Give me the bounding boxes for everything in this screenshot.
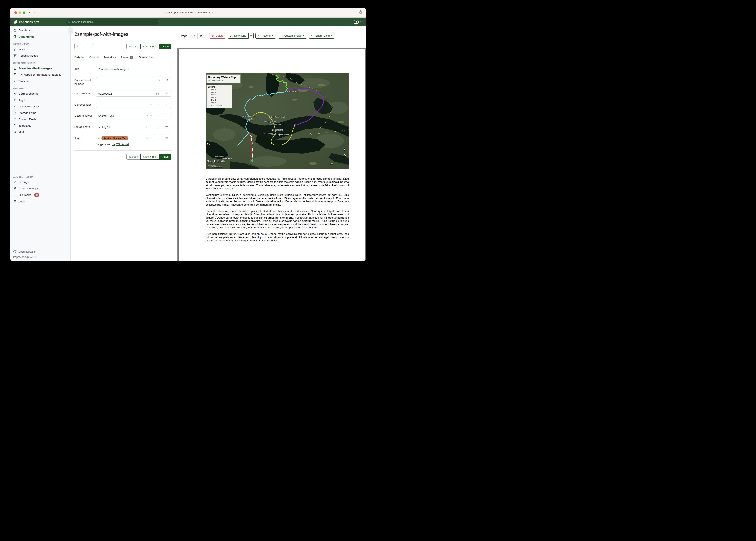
sidebar-item-open-doc-1[interactable]: 2sample-pdf-with-images <box>10 65 70 72</box>
sidebar-item-custom-fields[interactable]: Custom Fields <box>10 116 70 123</box>
document-type-add-button[interactable]: + <box>154 113 162 119</box>
browser-back-icon[interactable]: ‹ <box>29 11 30 15</box>
tab-details[interactable]: Details <box>74 56 84 61</box>
sidebar-item-correspondents[interactable]: Correspondents <box>10 91 70 97</box>
tab-metadata[interactable]: Metadata <box>104 56 116 61</box>
minimize-window-button[interactable] <box>19 11 21 14</box>
document-toolbar: Page 1 ▲▼ of 10 Delete <box>179 33 335 39</box>
asn-plus-one-button[interactable]: +1 <box>162 77 171 83</box>
next-document-button[interactable]: → <box>87 44 93 49</box>
clear-icon[interactable]: ✕ <box>146 114 148 117</box>
share-links-button[interactable]: Share Links ▼ <box>309 33 335 39</box>
custom-fields-button[interactable]: Custom Fields ▼ <box>278 33 307 39</box>
tab-permissions[interactable]: Permissions <box>139 56 154 61</box>
save-button[interactable]: Save <box>159 44 171 49</box>
previous-document-button[interactable]: ← <box>81 44 87 49</box>
browser-forward-icon[interactable]: › <box>34 11 35 15</box>
chevron-down-icon[interactable]: ▼ <box>150 137 152 139</box>
pdf-preview-pane[interactable]: Boundary Waters Trip Six days in BWCA Le… <box>177 48 366 261</box>
paragraph: Phasellus dapibus quam a hendrerit place… <box>206 210 349 229</box>
map-island-label: Hausons Island <box>286 90 298 92</box>
map-island-label: Charlies Island <box>221 157 232 159</box>
correspondent-add-button[interactable]: + <box>154 102 162 108</box>
storage-path-filter-button[interactable] <box>162 124 171 130</box>
sidebar-item-documents[interactable]: Documents <box>10 34 70 40</box>
sidebar-item-close-all[interactable]: × Close all <box>10 78 70 84</box>
storage-path-select[interactable]: Testing 12 ✕ ▼ <box>96 124 154 130</box>
save-next-button[interactable]: Save & next <box>140 154 160 160</box>
user-menu[interactable]: ▼ <box>354 20 362 25</box>
tags-select[interactable]: ✕ Another Sample Tag ✕ ▼ <box>96 135 154 141</box>
stepper-arrows-icon[interactable]: ▲▼ <box>194 35 196 37</box>
documentation-link[interactable]: Documentation <box>13 250 67 253</box>
calendar-icon <box>156 92 159 95</box>
custom-fields-icon <box>13 118 17 121</box>
sidebar-item-settings[interactable]: Settings <box>10 179 70 185</box>
save-button-group-top: Discard Save & next Save <box>126 44 171 49</box>
sidebar-item-document-types[interactable]: # Document Types <box>10 103 70 110</box>
save-button[interactable]: Save <box>159 154 171 160</box>
global-search[interactable] <box>66 19 158 25</box>
feather-logo-icon <box>14 20 17 24</box>
delete-button[interactable]: Delete <box>209 33 226 39</box>
tags-filter-button[interactable] <box>162 135 171 141</box>
close-document-button[interactable]: × <box>74 44 81 49</box>
asn-stepper-icon[interactable]: ▲▼ <box>158 79 160 81</box>
correspondent-select[interactable]: ▼ <box>96 102 154 108</box>
date-picker-button[interactable] <box>153 91 162 97</box>
clear-icon[interactable]: ✕ <box>146 126 148 129</box>
tab-notes[interactable]: Notes 1 <box>121 56 133 61</box>
divider <box>74 150 171 151</box>
sidebar-item-open-doc-2[interactable]: H7_Napoleon_Bonaparte_zadanie <box>10 72 70 78</box>
clear-icon[interactable]: ✕ <box>146 137 148 140</box>
page-number-stepper[interactable]: 1 ▲▼ <box>189 33 197 39</box>
close-window-button[interactable] <box>14 11 17 14</box>
storage-path-add-button[interactable]: + <box>154 124 162 130</box>
actions-button[interactable]: ••• Actions ▼ <box>255 33 276 39</box>
chevron-down-icon[interactable]: ▼ <box>150 126 152 128</box>
tab-content[interactable]: Content <box>89 56 99 61</box>
search-input[interactable] <box>72 20 157 24</box>
legend-item-entry-point: ▲ Entry Point 24 <box>208 104 230 106</box>
download-button[interactable]: Download <box>228 33 249 39</box>
asn-input[interactable] <box>98 79 158 82</box>
remove-tag-icon[interactable]: ✕ <box>98 137 100 140</box>
sidebar-item-dashboard[interactable]: Dashboard <box>10 27 70 34</box>
legend-item-day4: ∴ Day 4 <box>208 97 230 99</box>
macos-titlebar: ‹ › 2sample-pdf-with-images - Paperless-… <box>10 8 366 18</box>
discard-button[interactable]: Discard <box>126 44 141 49</box>
date-filter-button[interactable] <box>162 91 171 97</box>
title-input[interactable] <box>98 67 169 71</box>
document-type-filter-button[interactable] <box>162 113 171 119</box>
zoom-window-button[interactable] <box>23 11 25 14</box>
correspondent-filter-button[interactable] <box>162 102 171 108</box>
sidebar-item-mail[interactable]: Mail <box>10 129 70 135</box>
download-menu-caret[interactable]: ▼ <box>249 33 254 39</box>
chevron-down-icon[interactable]: ▼ <box>150 104 152 106</box>
sidebar-item-inbox[interactable]: Inbox <box>10 46 70 53</box>
sidebar-item-templates[interactable]: Templates <box>10 123 70 129</box>
sidebar-collapse-button[interactable]: « <box>68 28 73 34</box>
file-tasks-badge: 16 <box>34 194 40 197</box>
chevron-down-icon[interactable]: ▼ <box>150 115 152 117</box>
map-island-label: New York Island <box>242 115 255 117</box>
tags-add-button[interactable]: + <box>154 135 162 141</box>
document-type-select[interactable]: Another Type ✕ ▼ <box>96 113 154 119</box>
share-icon[interactable] <box>359 10 362 14</box>
sidebar-item-storage-paths[interactable]: Storage Paths <box>10 110 70 116</box>
sidebar-item-recently-added[interactable]: Recently Added <box>10 53 70 59</box>
map-subtitle: Six days in BWCA <box>208 79 239 81</box>
tag-chip[interactable]: Another Sample Tag <box>101 136 128 140</box>
filter-lines-icon <box>165 115 168 117</box>
sidebar-item-users-groups[interactable]: Users & Groups <box>10 185 70 192</box>
discard-button[interactable]: Discard <box>126 154 141 160</box>
sidebar-section-administration: ADMINISTRATION <box>10 173 70 179</box>
sidebar-item-logs[interactable]: Logs <box>10 198 70 205</box>
save-next-button[interactable]: Save & next <box>140 44 160 49</box>
map-scalebar: 3 mi <box>314 164 348 167</box>
sidebar-item-file-tasks[interactable]: File Tasks 16 <box>10 192 70 198</box>
sidebar-item-tags[interactable]: Tags <box>10 97 70 103</box>
app-brand[interactable]: Paperless-ngx <box>14 20 39 24</box>
date-created-input[interactable] <box>98 92 151 96</box>
suggestion-tag-link[interactable]: TagWithPartial <box>112 143 129 146</box>
